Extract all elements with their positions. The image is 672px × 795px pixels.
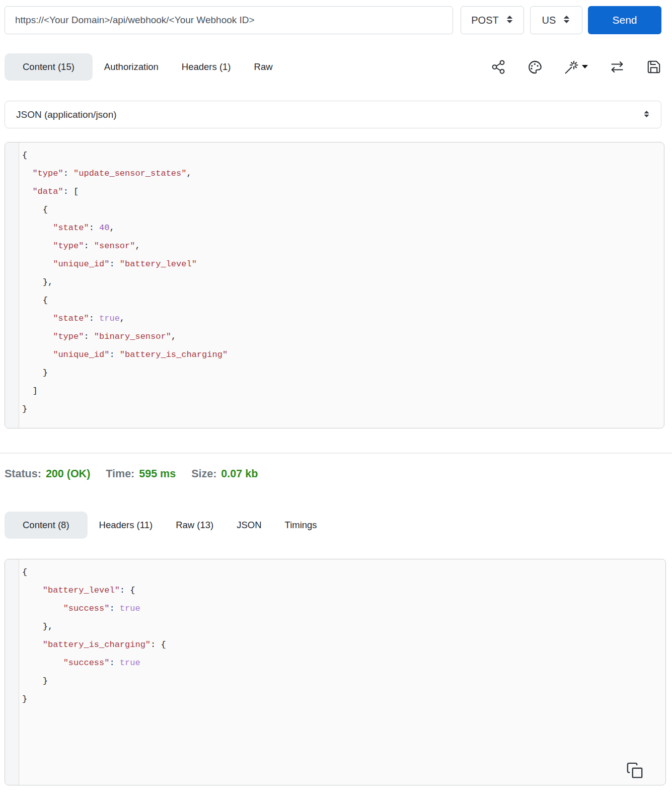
code-line: "unique_id": "battery_level" <box>22 255 664 273</box>
status-value: 200 (OK) <box>46 468 90 480</box>
tab-response-headers[interactable]: Headers (11) <box>88 512 165 539</box>
code-line: } <box>22 364 664 382</box>
code-line: ] <box>22 382 664 400</box>
method-select[interactable]: POST <box>461 6 524 34</box>
locale-select-value: US <box>542 15 556 26</box>
code-line: "success": true <box>22 654 665 672</box>
code-line: { <box>22 147 664 165</box>
size-label: Size: <box>191 468 216 480</box>
code-line: "unique_id": "battery_is_charging" <box>22 346 664 364</box>
code-line: { <box>22 201 664 219</box>
code-line: }, <box>22 273 664 292</box>
size-value: 0.07 kb <box>221 468 258 480</box>
response-tabs-row: Content (8) Headers (11) Raw (13) JSON T… <box>5 512 661 538</box>
time-label: Time: <box>106 468 134 480</box>
tab-request-raw[interactable]: Raw <box>243 53 284 81</box>
status-group: Status: 200 (OK) <box>5 468 90 480</box>
code-line: } <box>22 690 665 708</box>
code-line: { <box>22 563 665 582</box>
unfold-arrows-icon <box>506 15 513 26</box>
tab-request-headers[interactable]: Headers (1) <box>170 53 243 81</box>
palette-icon[interactable] <box>527 59 543 75</box>
share-icon[interactable] <box>491 59 506 75</box>
response-status-bar: Status: 200 (OK) Time: 595 ms Size: 0.07… <box>5 468 672 486</box>
tab-response-json[interactable]: JSON <box>225 512 273 539</box>
code-line: "battery_is_charging": { <box>22 636 665 654</box>
unfold-arrows-icon <box>643 109 650 120</box>
tab-response-content[interactable]: Content (8) <box>5 512 88 539</box>
size-group: Size: 0.07 kb <box>191 468 258 480</box>
code-line: "type": "update_sensor_states", <box>22 165 664 183</box>
tab-request-authorization[interactable]: Authorization <box>93 53 170 81</box>
tab-response-raw[interactable]: Raw (13) <box>164 512 225 539</box>
request-body-code[interactable]: { "type": "update_sensor_states", "data"… <box>19 142 664 428</box>
request-body-editor: { "type": "update_sensor_states", "data"… <box>5 142 664 428</box>
tab-response-timings[interactable]: Timings <box>273 512 329 539</box>
toolbar-icons <box>491 59 661 75</box>
section-divider <box>0 453 672 454</box>
locale-select[interactable]: US <box>530 6 582 34</box>
swap-arrows-icon[interactable] <box>609 59 625 75</box>
code-line: "success": true <box>22 600 665 618</box>
response-body-editor: { "battery_level": { "success": true }, … <box>5 559 666 785</box>
time-value: 595 ms <box>139 468 176 480</box>
method-select-value: POST <box>471 15 498 26</box>
editor-gutter <box>5 559 19 785</box>
code-line: }, <box>22 618 665 636</box>
code-line: "battery_level": { <box>22 582 665 600</box>
time-group: Time: 595 ms <box>106 468 176 480</box>
editor-gutter <box>5 142 19 428</box>
magic-wand-icon[interactable] <box>564 59 588 75</box>
code-line: { <box>22 292 664 310</box>
tab-request-content[interactable]: Content (15) <box>5 53 93 81</box>
code-line: "type": "binary_sensor", <box>22 328 664 346</box>
copy-icon[interactable] <box>626 762 643 781</box>
code-line: } <box>22 400 664 418</box>
code-line: } <box>22 672 665 690</box>
unfold-arrows-icon <box>563 15 570 26</box>
send-button[interactable]: Send <box>588 6 661 34</box>
response-body-code: { "battery_level": { "success": true }, … <box>19 559 665 785</box>
code-line: "type": "sensor", <box>22 237 664 255</box>
code-line: "data": [ <box>22 183 664 201</box>
request-tabs-row: Content (15) Authorization Headers (1) R… <box>5 53 661 81</box>
status-label: Status: <box>5 468 41 480</box>
url-input[interactable] <box>5 6 453 34</box>
code-line: "state": true, <box>22 310 664 328</box>
request-bar: POST US Send <box>5 6 661 34</box>
body-type-select-value: JSON (application/json) <box>16 109 117 120</box>
chevron-down-icon <box>582 65 588 69</box>
code-line: "state": 40, <box>22 219 664 237</box>
body-type-select[interactable]: JSON (application/json) <box>5 101 661 128</box>
save-icon[interactable] <box>646 59 661 75</box>
